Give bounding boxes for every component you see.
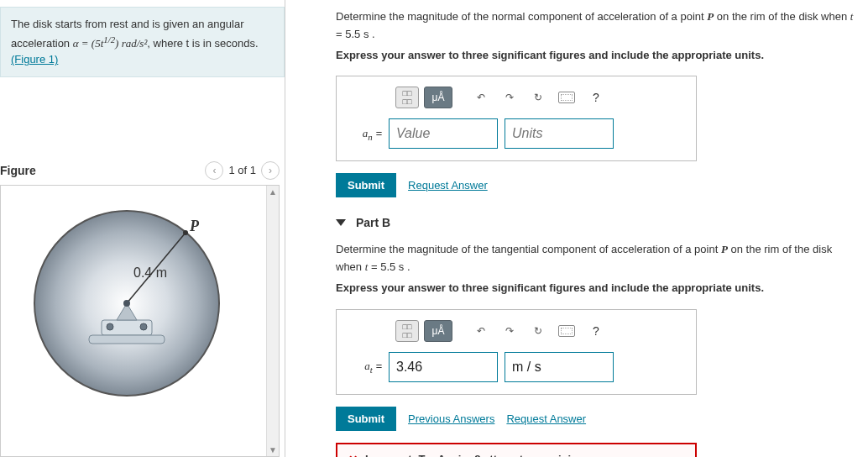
figure-scrollbar[interactable]: ▲ ▼ — [266, 186, 279, 456]
templates-button[interactable]: □□□□ — [395, 320, 419, 342]
part-b-answer-box: □□□□ μÅ ↶ ↷ ↻ ? at = — [336, 309, 697, 395]
figure-viewport: P 0.4 m ▲ ▼ — [0, 185, 280, 457]
figure-next-button[interactable]: › — [261, 161, 280, 180]
part-b-question: Determine the magnitude of the tangentia… — [336, 241, 860, 297]
part-a-submit-button[interactable]: Submit — [336, 173, 396, 197]
scroll-down-icon[interactable]: ▼ — [267, 444, 279, 456]
part-a-input-row: an = — [348, 118, 684, 149]
reset-button[interactable]: ↻ — [526, 320, 550, 342]
at-units-input[interactable] — [505, 352, 614, 382]
svg-point-7 — [123, 300, 130, 307]
part-a-instruction: Express your answer to three significant… — [336, 47, 860, 65]
point-p-label: P — [190, 218, 199, 235]
figure-header: Figure ‹ 1 of 1 › — [0, 161, 285, 180]
redo-button[interactable]: ↷ — [498, 320, 521, 342]
keyboard-icon — [558, 325, 575, 337]
part-a-submit-row: Submit Request Answer — [336, 173, 860, 197]
reset-button[interactable]: ↻ — [526, 87, 550, 108]
figure-link[interactable]: (Figure 1) — [11, 53, 58, 66]
part-b-feedback: ✖ Incorrect; Try Again; 8 attempts remai… — [336, 443, 697, 457]
redo-button[interactable]: ↷ — [498, 87, 521, 108]
keyboard-button[interactable] — [555, 320, 578, 342]
an-units-input[interactable] — [505, 118, 614, 149]
radius-label: 0.4 m — [133, 265, 167, 281]
incorrect-icon: ✖ — [348, 453, 358, 457]
right-panel: Determine the magnitude of the normal co… — [285, 0, 868, 457]
problem-statement: The disk starts from rest and is given a… — [0, 7, 285, 77]
svg-point-5 — [107, 323, 113, 330]
svg-point-6 — [140, 323, 147, 330]
svg-rect-4 — [89, 335, 165, 344]
part-b-header[interactable]: Part B — [336, 216, 860, 229]
feedback-message: Incorrect; Try Again; 8 attempts remaini… — [365, 453, 584, 457]
part-b-toolbar: □□□□ μÅ ↶ ↷ ↻ ? — [395, 320, 684, 342]
part-a-request-answer-link[interactable]: Request Answer — [408, 179, 488, 192]
svg-point-2 — [183, 230, 188, 235]
at-value-input[interactable] — [389, 352, 498, 382]
an-label: an = — [348, 127, 382, 142]
part-b-title: Part B — [356, 216, 390, 229]
part-b-instruction: Express your answer to three significant… — [336, 280, 860, 297]
help-button[interactable]: ? — [587, 324, 605, 338]
scroll-up-icon[interactable]: ▲ — [267, 186, 279, 198]
an-value-input[interactable] — [389, 118, 498, 149]
templates-button[interactable]: □□□□ — [395, 87, 419, 108]
keyboard-icon — [558, 92, 575, 103]
part-a-answer-box: □□□□ μÅ ↶ ↷ ↻ ? an = — [336, 76, 697, 161]
symbols-button[interactable]: μÅ — [424, 87, 452, 108]
part-b-submit-button[interactable]: Submit — [336, 407, 396, 431]
part-b-previous-answers-link[interactable]: Previous Answers — [408, 412, 494, 425]
part-b-input-row: at = — [348, 352, 684, 382]
problem-text-b: , where t is in seconds. — [147, 37, 258, 50]
part-a-toolbar: □□□□ μÅ ↶ ↷ ↻ ? — [395, 87, 684, 108]
left-panel: The disk starts from rest and is given a… — [0, 0, 285, 457]
symbols-button[interactable]: μÅ — [424, 320, 452, 342]
chevron-down-icon — [336, 219, 346, 226]
undo-button[interactable]: ↶ — [469, 87, 493, 108]
part-b-request-answer-link[interactable]: Request Answer — [506, 412, 586, 425]
figure-title: Figure — [0, 164, 36, 177]
disk-figure: P 0.4 m — [9, 194, 244, 412]
alpha-expr: α = (5t1/2) rad/s² — [73, 37, 148, 50]
part-b-submit-row: Submit Previous Answers Request Answer — [336, 407, 860, 431]
at-label: at = — [348, 360, 382, 375]
figure-counter: 1 of 1 — [228, 164, 256, 176]
figure-nav: ‹ 1 of 1 › — [205, 161, 280, 180]
part-a-question: Determine the magnitude of the normal co… — [336, 8, 860, 64]
help-button[interactable]: ? — [587, 91, 605, 104]
undo-button[interactable]: ↶ — [469, 320, 493, 342]
figure-prev-button[interactable]: ‹ — [205, 161, 223, 180]
keyboard-button[interactable] — [555, 87, 578, 108]
